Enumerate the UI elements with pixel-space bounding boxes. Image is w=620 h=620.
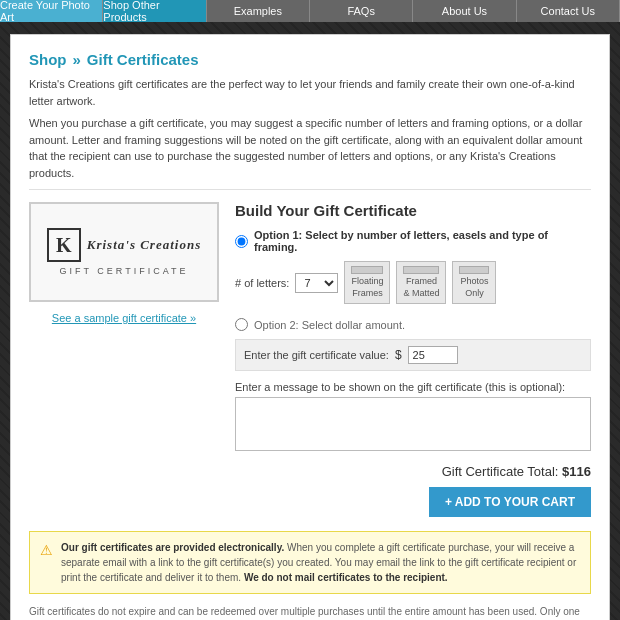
- value-input[interactable]: [408, 346, 458, 364]
- framing-photos-icon: [459, 266, 489, 274]
- warning-text-bold: We do not mail certificates to the recip…: [244, 572, 448, 583]
- breadcrumb-shop-link[interactable]: Shop: [29, 51, 67, 68]
- warning-text: Our gift certificates are provided elect…: [61, 540, 580, 585]
- footer-note: Gift certificates do not expire and can …: [29, 604, 591, 620]
- option1-radio[interactable]: [235, 235, 248, 248]
- breadcrumb-arrow: »: [73, 51, 81, 68]
- option2-label: Option 2: Select dollar amount.: [254, 319, 405, 331]
- nav-item-faqs[interactable]: FAQs: [310, 0, 413, 22]
- dollar-sign: $: [395, 348, 402, 362]
- framing-matted-icon: [403, 266, 439, 274]
- gc-brand-name: Krista's Creations: [87, 237, 201, 253]
- total-label: Gift Certificate Total:: [442, 464, 559, 479]
- left-panel: K Krista's Creations GIFT CERTIFICATE Se…: [29, 202, 219, 517]
- page-desc-2: When you purchase a gift certificate, yo…: [29, 115, 591, 181]
- letters-label: # of letters:: [235, 277, 289, 289]
- sample-link[interactable]: See a sample gift certificate »: [29, 312, 219, 324]
- nav-item-photo-art[interactable]: Create Your Photo Art: [0, 0, 103, 22]
- nav-item-examples[interactable]: Examples: [207, 0, 310, 22]
- breadcrumb: Shop » Gift Certificates: [29, 51, 591, 68]
- message-section: Enter a message to be shown on the gift …: [235, 381, 591, 454]
- add-to-cart-button[interactable]: + ADD TO YOUR CART: [429, 487, 591, 517]
- warning-icon: ⚠: [40, 540, 53, 585]
- total-row: Gift Certificate Total: $116: [235, 464, 591, 479]
- value-input-row: Enter the gift certificate value: $: [235, 339, 591, 371]
- option1-label: Option 1: Select by number of letters, e…: [254, 229, 591, 253]
- gc-subtitle: GIFT CERTIFICATE: [59, 266, 188, 276]
- breadcrumb-current: Gift Certificates: [87, 51, 199, 68]
- content-row: K Krista's Creations GIFT CERTIFICATE Se…: [29, 202, 591, 517]
- framing-row: # of letters: 7 1 2 3 4 5 6 8 9 10 Float…: [235, 261, 591, 304]
- total-amount: $116: [562, 464, 591, 479]
- nav-item-shop-other[interactable]: Shop Other Products: [103, 0, 206, 22]
- option2-row: Option 2: Select dollar amount.: [235, 318, 591, 331]
- warning-text-start: Our gift certificates are provided elect…: [61, 542, 284, 553]
- page-desc-1: Krista's Creations gift certificates are…: [29, 76, 591, 109]
- build-title: Build Your Gift Certificate: [235, 202, 591, 219]
- right-panel: Build Your Gift Certificate Option 1: Se…: [235, 202, 591, 517]
- framing-floating[interactable]: FloatingFrames: [344, 261, 390, 304]
- letters-select[interactable]: 7 1 2 3 4 5 6 8 9 10: [295, 273, 338, 293]
- value-label: Enter the gift certificate value:: [244, 349, 389, 361]
- message-label: Enter a message to be shown on the gift …: [235, 381, 591, 393]
- option1-row: Option 1: Select by number of letters, e…: [235, 229, 591, 253]
- nav-item-about[interactable]: About Us: [413, 0, 516, 22]
- option2-section: Option 2: Select dollar amount. Enter th…: [235, 318, 591, 371]
- framing-photos[interactable]: PhotosOnly: [452, 261, 496, 304]
- nav-item-contact[interactable]: Contact Us: [517, 0, 620, 22]
- main-content: Shop » Gift Certificates Krista's Creati…: [10, 34, 610, 620]
- footer-note-text: Gift certificates do not expire and can …: [29, 606, 580, 620]
- framing-floating-icon: [351, 266, 383, 274]
- warning-box: ⚠ Our gift certificates are provided ele…: [29, 531, 591, 594]
- message-textarea[interactable]: [235, 397, 591, 451]
- option2-radio[interactable]: [235, 318, 248, 331]
- gc-k-letter: K: [47, 228, 81, 262]
- divider: [29, 189, 591, 190]
- framing-matted[interactable]: Framed& Matted: [396, 261, 446, 304]
- navigation-bar: Create Your Photo Art Shop Other Product…: [0, 0, 620, 22]
- gift-certificate-image: K Krista's Creations GIFT CERTIFICATE: [29, 202, 219, 302]
- gc-logo: K Krista's Creations: [47, 228, 201, 262]
